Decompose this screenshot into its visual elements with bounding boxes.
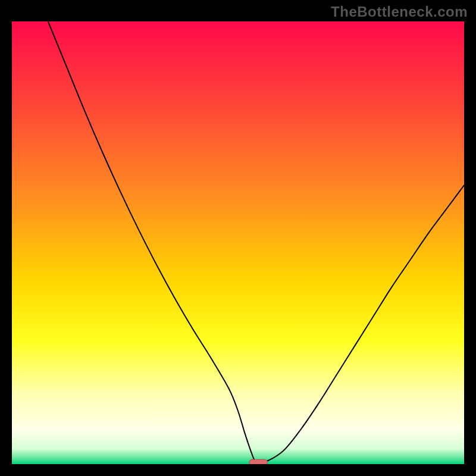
watermark-text: TheBottleneck.com	[331, 4, 468, 20]
optimal-marker	[249, 459, 267, 464]
chart-frame: TheBottleneck.com	[0, 0, 476, 476]
plot-area	[12, 21, 464, 464]
chart-background	[12, 21, 464, 464]
chart-svg	[12, 21, 464, 464]
markers-group	[249, 459, 267, 464]
